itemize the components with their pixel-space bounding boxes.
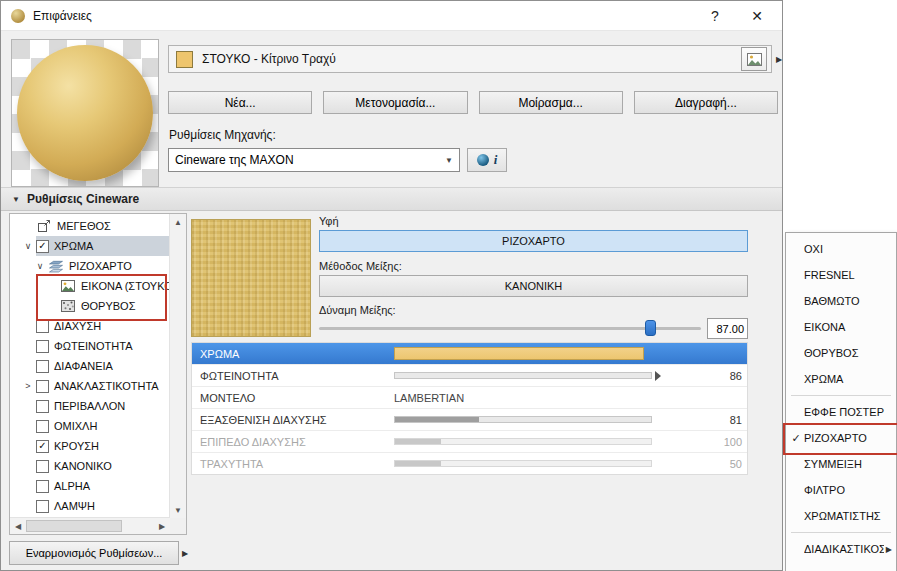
tree-item-body: ALPHA (36, 476, 170, 496)
tree-item-alpha[interactable]: ALPHA (10, 476, 170, 496)
chevron-down-icon[interactable]: ▼ (439, 156, 459, 165)
checkbox-unchecked[interactable] (36, 480, 49, 493)
checkbox-checked[interactable]: ✓ (36, 240, 49, 253)
new-button[interactable]: Νέα... (168, 91, 312, 114)
blend-strength-thumb[interactable] (645, 320, 656, 336)
tree-horizontal-scroll-thumb[interactable] (26, 520, 122, 532)
blend-strength-track[interactable] (319, 327, 701, 330)
tree-item-normal[interactable]: ΚΑΝΟΝΙΚΟ (10, 456, 170, 476)
checkbox-unchecked[interactable] (36, 320, 49, 333)
param-row-diffusion-level[interactable]: ΕΠΙΠΕΔΟ ΔΙΑΧΥΣΗΣ100 (192, 431, 747, 453)
tree-item-label: ΑΝΑΚΛΑΣΤΙΚΟΤΗΤΑ (54, 380, 159, 392)
checkbox-unchecked[interactable] (36, 360, 49, 373)
menu-item-colorizer[interactable]: ΧΡΩΜΑΤΙΣΤΗΣ (786, 503, 896, 529)
info-icon: i (494, 152, 498, 168)
collapse-icon[interactable]: ∨ (32, 261, 48, 271)
menu-item-shader-effect[interactable]: ΕΦΦΕ ΣΚΙΑΣΤΗ▶ (786, 562, 896, 571)
tree-item-diffusion[interactable]: ΔΙΑΧΥΣΗ (10, 316, 170, 336)
tree-item-luminance[interactable]: ΦΩΤΕΙΝΟΤΗΤΑ (10, 336, 170, 356)
blend-strength-value-field[interactable]: 87.00 (707, 318, 748, 339)
menu-item-none[interactable]: ΟΧΙ (786, 236, 896, 262)
slider-track[interactable] (394, 416, 652, 423)
param-row-roughness[interactable]: ΤΡΑΧΥΤΗΤΑ50 (192, 453, 747, 474)
menu-item-gradient[interactable]: ΒΑΘΜΩΤΟ (786, 288, 896, 314)
help-button[interactable]: ? (700, 5, 730, 27)
checkbox-unchecked[interactable] (36, 400, 49, 413)
menu-item-layer[interactable]: ✓ΡΙΖΟΧΑΡΤΟ (786, 425, 896, 451)
tree-item-label: ΔΙΑΧΥΣΗ (54, 320, 101, 332)
param-value: 100 (394, 431, 747, 452)
harmonize-settings-button[interactable]: Εναρμονισμός Ρυθμίσεων... (9, 541, 179, 565)
param-row-brightness[interactable]: ΦΩΤΕΙΝΟΤΗΤΑ86 (192, 365, 747, 387)
texture-options-button[interactable] (741, 47, 767, 71)
material-name-field[interactable]: ΣΤΟΥΚΟ - Κίτρινο Τραχύ (168, 45, 772, 73)
tree-item-size[interactable]: ΜΕΓΕΘΟΣ (10, 216, 170, 236)
section-collapse-icon[interactable]: ▼ (12, 195, 20, 204)
collapse-icon[interactable]: ∨ (20, 241, 36, 251)
slider-handle-icon[interactable] (655, 371, 661, 381)
tree-item-body: ✓ΚΡΟΥΣΗ (36, 436, 170, 456)
title-bar: Επιφάνειες ? ✕ (1, 1, 782, 31)
slider-track[interactable] (394, 372, 652, 379)
menu-item-blend[interactable]: ΣΥΜΜΕΙΞΗ (786, 451, 896, 477)
tree-item-color[interactable]: ∨✓ΧΡΩΜΑ (10, 236, 170, 256)
tree-item-label: ΜΕΓΕΘΟΣ (57, 220, 111, 232)
scroll-up-icon[interactable]: ▲ (170, 214, 186, 230)
harmonize-flyout-arrow-icon[interactable]: ▶ (182, 549, 188, 558)
tree-item-layer[interactable]: ∨ΡΙΖΟΧΑΡΤΟ (10, 256, 170, 276)
tree-item-fog[interactable]: ΟΜΙΧΛΗ (10, 416, 170, 436)
close-button[interactable]: ✕ (742, 5, 772, 27)
tree-item-environment[interactable]: ΠΕΡΙΒΑΛΛΟΝ (10, 396, 170, 416)
menu-item-image[interactable]: ΕΙΚΟΝΑ (786, 314, 896, 340)
menu-item-noise[interactable]: ΘΟΡΥΒΟΣ (786, 340, 896, 366)
rename-button[interactable]: Μετονομασία... (323, 91, 467, 114)
expand-icon[interactable]: > (20, 381, 36, 391)
param-row-diffusion-falloff[interactable]: ΕΞΑΣΘΕΝΙΣΗ ΔΙΑΧΥΣΗΣ81 (192, 409, 747, 431)
param-row-color[interactable]: ΧΡΩΜΑ (192, 343, 747, 365)
checkbox-unchecked[interactable] (36, 340, 49, 353)
blend-strength-slider[interactable] (319, 319, 701, 337)
checkbox-unchecked[interactable] (36, 500, 49, 513)
tree-item-image-stucco[interactable]: ΕΙΚΟΝΑ (ΣΤΟΥΚΟ (10, 276, 170, 296)
slider-track[interactable] (394, 438, 652, 445)
tree-item-bump[interactable]: ✓ΚΡΟΥΣΗ (10, 436, 170, 456)
texture-shader-button[interactable]: ΡΙΖΟΧΑΡΤΟ (319, 230, 748, 252)
engine-select[interactable]: Cineware της MAXON ▼ (168, 148, 460, 172)
tree-item-reflectance[interactable]: >ΑΝΑΚΛΑΣΤΙΚΟΤΗΤΑ (10, 376, 170, 396)
tree-item-label: ΛΑΜΨΗ (54, 500, 95, 512)
checkbox-checked[interactable]: ✓ (36, 440, 49, 453)
checkbox-unchecked[interactable] (36, 460, 49, 473)
tree-vertical-scrollbar[interactable]: ▲ ▼ (169, 214, 186, 518)
menu-item-color[interactable]: ΧΡΩΜΑ (786, 366, 896, 392)
share-button[interactable]: Μοίρασμα... (479, 91, 623, 114)
menu-item-fresnel[interactable]: FRESNEL (786, 262, 896, 288)
param-label: ΕΞΑΣΘΕΝΙΣΗ ΔΙΑΧΥΣΗΣ (192, 414, 394, 426)
color-preview-bar[interactable] (394, 347, 644, 360)
scroll-left-icon[interactable]: ◀ (10, 518, 26, 534)
context-menu: ΟΧΙFRESNELΒΑΘΜΩΤΟΕΙΚΟΝΑΘΟΡΥΒΟΣΧΡΩΜΑΕΦΦΕ … (785, 232, 897, 571)
tree-item-transparency[interactable]: ΔΙΑΦΑΝΕΙΑ (10, 356, 170, 376)
tree-item-glow[interactable]: ΛΑΜΨΗ (10, 496, 170, 516)
menu-item-poster-effect[interactable]: ΕΦΦΕ ΠΟΣΤΕΡ (786, 399, 896, 425)
scroll-down-icon[interactable]: ▼ (170, 502, 186, 518)
menu-item-label: ΒΑΘΜΩΤΟ (804, 295, 892, 307)
blend-method-button[interactable]: ΚΑΝΟΝΙΚΗ (319, 275, 748, 297)
tree-item-noise[interactable]: ΘΟΡΥΒΟΣ (10, 296, 170, 316)
scroll-right-icon[interactable]: ▶ (154, 518, 170, 534)
param-value (394, 343, 747, 364)
param-row-model[interactable]: ΜΟΝΤΕΛΟLAMBERTIAN (192, 387, 747, 409)
engine-info-button[interactable]: i (467, 148, 507, 172)
image-icon (60, 280, 76, 292)
material-flyout-arrow-icon[interactable]: ▶ (776, 55, 782, 64)
texture-thumbnail[interactable] (191, 219, 311, 337)
checkbox-unchecked[interactable] (36, 420, 49, 433)
checkbox-unchecked[interactable] (36, 380, 49, 393)
cineware-section-header[interactable]: ▼ Ρυθμίσεις Cineware (1, 187, 782, 211)
material-preview[interactable] (11, 39, 159, 187)
tree-item-label: ΧΡΩΜΑ (54, 240, 93, 252)
menu-item-procedural[interactable]: ΔΙΑΔΙΚΑΣΤΙΚΟΣ▶ (786, 536, 896, 562)
menu-item-filter[interactable]: ΦΙΛΤΡΟ (786, 477, 896, 503)
menu-item-label: ΧΡΩΜΑ (804, 373, 892, 385)
slider-track[interactable] (394, 460, 652, 467)
delete-button[interactable]: Διαγραφή... (634, 91, 778, 114)
